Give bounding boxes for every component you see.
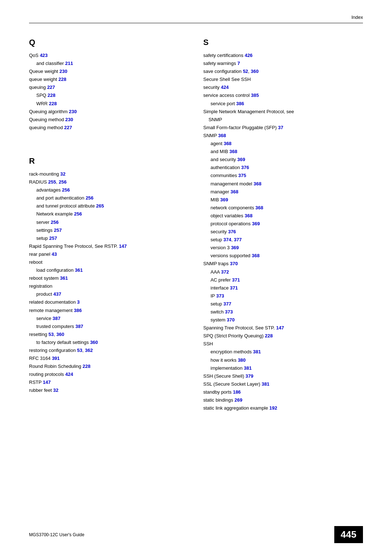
ref-snmp-auth-376[interactable]: 376 <box>241 165 249 170</box>
ref-traps-system-370[interactable]: 370 <box>227 317 235 323</box>
ref-snmp-mgmt-368[interactable]: 368 <box>254 181 262 186</box>
ref-remote-mgmt-386[interactable]: 386 <box>74 308 82 313</box>
ref-save-52[interactable]: 52 <box>243 69 248 74</box>
ref-traps-aaa-372[interactable]: 372 <box>221 269 229 275</box>
ref-queuing-method-cap-230[interactable]: 230 <box>65 117 73 122</box>
ref-traps-interface-371[interactable]: 371 <box>230 285 238 291</box>
ref-product-437[interactable]: 437 <box>53 291 61 297</box>
ref-ssh-379[interactable]: 379 <box>245 373 253 379</box>
ref-rack-32[interactable]: 32 <box>60 171 65 177</box>
ref-ssh-how-380[interactable]: 380 <box>238 357 246 363</box>
entry-remote-mgmt-service: service 387 <box>29 315 189 323</box>
ref-snmp-v3-369[interactable]: 369 <box>231 245 239 250</box>
ref-radius-256[interactable]: 256 <box>59 179 67 185</box>
ref-factory-360[interactable]: 360 <box>90 340 98 345</box>
ref-traps-setup-377[interactable]: 377 <box>223 301 231 307</box>
ref-remote-service-387[interactable]: 387 <box>53 316 61 321</box>
ref-resetting-53[interactable]: 53 <box>48 332 53 337</box>
ref-related-docs-3[interactable]: 3 <box>77 299 79 305</box>
entry-r-items: rack-mounting 32 RADIUS 255, 256 advanta… <box>29 170 189 395</box>
ref-security-424[interactable]: 424 <box>221 85 229 90</box>
ref-radius-settings-257[interactable]: 257 <box>54 227 62 233</box>
entry-snmp-mib2: MIB 369 <box>203 196 363 204</box>
ref-snmp-mib2-369[interactable]: 369 <box>220 197 228 202</box>
entry-ssh-howworks: how it works 380 <box>203 356 363 364</box>
entry-ssh-encryption: encryption methods 381 <box>203 348 363 356</box>
ref-static-bind-269[interactable]: 269 <box>234 397 242 403</box>
ref-sfp-37[interactable]: 37 <box>278 125 283 130</box>
entry-safety-cert: safety certifications 426 <box>203 52 363 59</box>
ref-ssh-impl-381[interactable]: 381 <box>244 365 252 371</box>
entry-snmp-traps-ip: IP 373 <box>203 292 363 300</box>
ref-rear-panel-43[interactable]: 43 <box>52 251 57 257</box>
ref-snmp-versions-368[interactable]: 368 <box>252 253 260 258</box>
ref-radius-portauth-256[interactable]: 256 <box>86 195 94 201</box>
ref-snmp-sec2-376[interactable]: 376 <box>228 229 236 234</box>
ref-safety-warn-7[interactable]: 7 <box>237 61 240 66</box>
ref-trusted-387[interactable]: 387 <box>75 324 83 329</box>
ref-queue-weight-lower-228[interactable]: 228 <box>58 77 66 82</box>
ref-service-port-386[interactable]: 386 <box>236 101 244 106</box>
ref-traps-acprefer-371[interactable]: 371 <box>232 277 240 283</box>
ref-radius-net-256[interactable]: 256 <box>74 211 82 217</box>
ref-qos-423[interactable]: 423 <box>40 53 48 58</box>
ref-rfc3164-391[interactable]: 391 <box>52 356 60 361</box>
ref-snmp-agent-368[interactable]: 368 <box>224 141 232 146</box>
ref-traps-switch-373[interactable]: 373 <box>225 309 233 315</box>
ref-resetting-360[interactable]: 360 <box>56 332 64 337</box>
ref-snmp-comm-375[interactable]: 375 <box>238 173 246 178</box>
ref-radius-setup-257[interactable]: 257 <box>49 235 57 241</box>
ref-snmp-368[interactable]: 368 <box>218 133 226 138</box>
ref-snmp-sec-369[interactable]: 369 <box>237 157 245 162</box>
ref-rstp-147[interactable]: 147 <box>43 379 51 385</box>
ref-stp-see-147[interactable]: 147 <box>276 325 284 331</box>
ref-qos-classifier-211[interactable]: 211 <box>65 61 73 66</box>
ref-snmp-setup-377[interactable]: 377 <box>234 237 242 242</box>
ref-rubber-feet-32[interactable]: 32 <box>53 387 58 393</box>
entry-snmp-traps-acprefer: AC prefer 371 <box>203 276 363 284</box>
ref-roundrobin-228[interactable]: 228 <box>82 364 90 369</box>
ref-snmp-traps-370[interactable]: 370 <box>230 261 238 266</box>
ref-snmp-mib-368[interactable]: 368 <box>229 149 237 154</box>
ref-snmp-netcomp-368[interactable]: 368 <box>256 205 264 210</box>
ref-queuing-227[interactable]: 227 <box>47 85 55 90</box>
ref-snmp-setup-374[interactable]: 374 <box>223 237 231 242</box>
ref-radius-adv-256[interactable]: 256 <box>62 187 70 193</box>
ref-queuing-method-lower-227[interactable]: 227 <box>64 125 72 130</box>
page-footer: MGS3700-12C User's Guide 445 <box>0 526 392 543</box>
footer-product: MGS3700-12C User's Guide <box>29 532 84 537</box>
ref-queue-weight-cap-230[interactable]: 230 <box>60 69 68 74</box>
entry-snmp-versions: versions supported 368 <box>203 252 363 260</box>
ref-safety-cert-426[interactable]: 426 <box>245 53 253 58</box>
ref-traps-ip-373[interactable]: 373 <box>216 293 224 299</box>
ref-radius-255[interactable]: 255 <box>48 179 56 185</box>
ref-spq-228[interactable]: 228 <box>48 93 56 98</box>
ref-snmp-proto-369[interactable]: 369 <box>252 221 260 226</box>
ref-reboot-system-361[interactable]: 361 <box>60 275 68 281</box>
ref-static-link-192[interactable]: 192 <box>269 405 277 411</box>
ref-routing-424[interactable]: 424 <box>65 372 73 377</box>
ref-rstp-see-147[interactable]: 147 <box>119 243 127 249</box>
ref-ssl-381[interactable]: 381 <box>262 381 270 387</box>
entry-snmp-sec2: security 376 <box>203 228 363 236</box>
entry-ssh-impl: implementation 381 <box>203 364 363 372</box>
ref-restoring-362[interactable]: 362 <box>85 348 93 353</box>
ref-radius-tunnel-265[interactable]: 265 <box>96 203 104 209</box>
entry-snmp-auth: authentication 376 <box>203 164 363 172</box>
ref-queuing-algorithm-230[interactable]: 230 <box>69 109 77 114</box>
ref-snmp-manager-368[interactable]: 368 <box>230 189 238 194</box>
ref-service-access-385[interactable]: 385 <box>251 93 259 98</box>
ref-restoring-53[interactable]: 53 <box>77 348 82 353</box>
ref-wrr-228[interactable]: 228 <box>49 101 57 106</box>
ref-snmp-objvars-368[interactable]: 368 <box>245 213 253 218</box>
entry-save-config: save configuration 52, 360 <box>203 67 363 75</box>
ref-spq-228-s[interactable]: 228 <box>265 333 273 338</box>
ref-reboot-load-361[interactable]: 361 <box>75 267 83 273</box>
entry-snmp-proto-ops: protocol operations 369 <box>203 220 363 228</box>
section-r: R rack-mounting 32 RADIUS 255, 256 advan… <box>29 156 189 395</box>
ref-radius-server-256[interactable]: 256 <box>51 219 59 225</box>
ref-save-360[interactable]: 360 <box>251 69 259 74</box>
ref-standby-186[interactable]: 186 <box>233 389 241 395</box>
page: Index Q QoS 423 and classifier 211 Queue… <box>0 0 392 554</box>
ref-ssh-enc-381[interactable]: 381 <box>253 349 261 354</box>
